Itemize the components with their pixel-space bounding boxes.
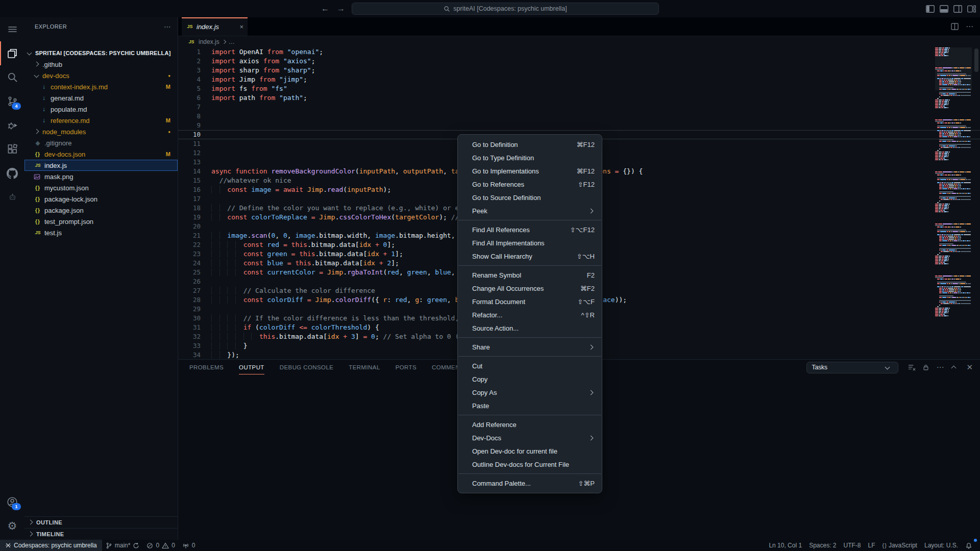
panel-tab-terminal[interactable]: TERMINAL bbox=[349, 361, 380, 374]
activity-item-run-and-debug[interactable] bbox=[0, 113, 24, 137]
code-line[interactable]: 6import path from "path"; bbox=[178, 93, 980, 103]
menu-item-copy[interactable]: Copy bbox=[458, 372, 602, 386]
explorer-more-icon[interactable]: ⋯ bbox=[164, 22, 172, 31]
menu-item-share[interactable]: Share bbox=[458, 340, 602, 354]
back-arrow-icon[interactable]: ← bbox=[319, 3, 331, 15]
remote-indicator[interactable]: Codespaces: psychic umbrella bbox=[0, 540, 102, 551]
tree-item-spriteai-codespaces-psychic-umbrella-[interactable]: SPRITEAI [CODESPACES: PSYCHIC UMBRELLA] bbox=[24, 47, 178, 59]
menu-item-find-all-implementations[interactable]: Find All Implementations bbox=[458, 236, 602, 249]
menu-item-outline-dev-docs-for-current-file[interactable]: Outline Dev-docs for Current File bbox=[458, 458, 602, 471]
notifications-bell[interactable] bbox=[962, 540, 976, 551]
indentation[interactable]: Spaces: 2 bbox=[805, 540, 840, 551]
clear-output-icon[interactable] bbox=[908, 364, 916, 371]
tree-item--github[interactable]: .github bbox=[24, 59, 178, 70]
code-line[interactable]: 1import OpenAI from "openai"; bbox=[178, 47, 980, 57]
scrollbar[interactable] bbox=[974, 48, 978, 72]
menu-item-go-to-definition[interactable]: Go to Definition⌘F12 bbox=[458, 138, 602, 151]
activity-item-accounts[interactable]: 1 bbox=[0, 490, 24, 514]
toggle-secondary-sidebar-icon[interactable] bbox=[953, 5, 962, 13]
menu-item-change-all-occurrences[interactable]: Change All Occurrences⌘F2 bbox=[458, 282, 602, 295]
eol-sequence[interactable]: LF bbox=[865, 540, 879, 551]
menu-item-source-action-[interactable]: Source Action... bbox=[458, 321, 602, 335]
split-editor-icon[interactable] bbox=[951, 23, 959, 30]
activity-item-menu[interactable] bbox=[0, 17, 24, 41]
menu-item-paste[interactable]: Paste bbox=[458, 399, 602, 412]
activity-item-source-control[interactable]: 4 bbox=[0, 89, 24, 113]
code-line[interactable]: 2import axios from "axios"; bbox=[178, 57, 980, 66]
customize-layout-icon[interactable] bbox=[967, 5, 976, 13]
menu-item-show-call-hierarchy[interactable]: Show Call Hierarchy⇧⌥H bbox=[458, 249, 602, 263]
activity-item-search[interactable] bbox=[0, 65, 24, 89]
menu-item-refactor-[interactable]: Refactor...^⇧R bbox=[458, 308, 602, 321]
toggle-panel-icon[interactable] bbox=[940, 5, 948, 13]
code-line[interactable]: 5import fs from "fs" bbox=[178, 84, 980, 93]
menu-item-copy-as[interactable]: Copy As bbox=[458, 386, 602, 399]
menu-item-go-to-source-definition[interactable]: Go to Source Definition bbox=[458, 191, 602, 204]
menu-item-peek[interactable]: Peek bbox=[458, 204, 602, 217]
panel-tab-problems[interactable]: PROBLEMS bbox=[189, 361, 224, 374]
panel-tab-ports[interactable]: PORTS bbox=[396, 361, 416, 374]
menu-item-command-palette-[interactable]: Command Palette...⇧⌘P bbox=[458, 477, 602, 490]
section-outline[interactable]: OUTLINE bbox=[24, 516, 178, 528]
menu-item-go-to-references[interactable]: Go to References⇧F12 bbox=[458, 178, 602, 191]
panel-tab-debug-console[interactable]: DEBUG CONSOLE bbox=[280, 361, 334, 374]
editor-more-icon[interactable]: ⋯ bbox=[966, 22, 974, 31]
problems-status[interactable]: 0 0 bbox=[143, 540, 178, 551]
output-channel-select[interactable]: Tasks bbox=[806, 362, 898, 373]
code-line[interactable]: 8 bbox=[178, 112, 980, 121]
encoding[interactable]: UTF-8 bbox=[840, 540, 865, 551]
tree-item-package-lock-json[interactable]: {}package-lock.json bbox=[24, 193, 178, 205]
close-panel-icon[interactable]: ✕ bbox=[966, 363, 973, 372]
breadcrumb-file[interactable]: index.js bbox=[199, 38, 219, 45]
keyboard-layout[interactable]: Layout: U.S. bbox=[921, 540, 962, 551]
activity-item-dev-docs[interactable] bbox=[0, 185, 24, 209]
code-line[interactable]: 4import Jimp from "jimp"; bbox=[178, 75, 980, 84]
tree-item-populate-md[interactable]: ↓populate.md bbox=[24, 104, 178, 115]
menu-item-cut[interactable]: Cut bbox=[458, 359, 602, 372]
code-line[interactable]: 9 bbox=[178, 121, 980, 130]
minimap[interactable] bbox=[935, 47, 972, 327]
activity-item-settings[interactable]: ⚙ bbox=[0, 514, 24, 538]
activity-item-github[interactable] bbox=[0, 161, 24, 185]
menu-item-find-all-references[interactable]: Find All References⇧⌥F12 bbox=[458, 223, 602, 236]
tree-item-dev-docs[interactable]: dev-docs● bbox=[24, 70, 178, 81]
tree-item-index-js[interactable]: JSindex.js bbox=[24, 160, 178, 171]
menu-item-open-dev-doc-for-current-file[interactable]: Open Dev-doc for current file bbox=[458, 444, 602, 458]
menu-item-go-to-implementations[interactable]: Go to Implementations⌘F12 bbox=[458, 164, 602, 178]
panel-more-icon[interactable]: ⋯ bbox=[936, 363, 944, 372]
section-timeline[interactable]: TIMELINE bbox=[24, 528, 178, 540]
code-line[interactable]: 7 bbox=[178, 103, 980, 112]
tree-item--gitignore[interactable]: ◆.gitignore bbox=[24, 137, 178, 148]
tree-item-reference-md[interactable]: ↓reference.mdM bbox=[24, 115, 178, 126]
tree-item-mycustom-json[interactable]: {}mycustom.json bbox=[24, 182, 178, 193]
tree-item-test-prompt-json[interactable]: {}test_prompt.json bbox=[24, 216, 178, 227]
activity-item-extensions[interactable] bbox=[0, 137, 24, 161]
menu-item-go-to-type-definition[interactable]: Go to Type Definition bbox=[458, 151, 602, 164]
tree-item-dev-docs-json[interactable]: {}dev-docs.jsonM bbox=[24, 148, 178, 160]
git-branch-status[interactable]: main* bbox=[102, 540, 143, 551]
menu-item-rename-symbol[interactable]: Rename SymbolF2 bbox=[458, 268, 602, 282]
code-line[interactable]: 3import sharp from "sharp"; bbox=[178, 66, 980, 75]
lock-icon[interactable] bbox=[922, 364, 929, 371]
activity-item-explorer[interactable] bbox=[0, 41, 24, 65]
tree-item-node-modules[interactable]: node_modules● bbox=[24, 126, 178, 137]
breadcrumb-symbol[interactable]: … bbox=[229, 38, 235, 45]
breadcrumb[interactable]: JS index.js … bbox=[178, 36, 980, 47]
tab-indexjs[interactable]: JS index.js × bbox=[182, 17, 248, 36]
cursor-position[interactable]: Ln 10, Col 1 bbox=[765, 540, 805, 551]
tree-item-package-json[interactable]: {}package.json bbox=[24, 205, 178, 216]
tab-close-icon[interactable]: × bbox=[239, 23, 243, 31]
language-mode[interactable]: { } JavaScript bbox=[879, 540, 921, 551]
menu-item-format-document[interactable]: Format Document⇧⌥F bbox=[458, 295, 602, 308]
panel-tab-output[interactable]: OUTPUT bbox=[239, 361, 264, 374]
ports-status[interactable]: 0 bbox=[179, 540, 199, 551]
tree-item-context-index-js-md[interactable]: ↓context-index.js.mdM bbox=[24, 81, 178, 92]
tree-item-mask-png[interactable]: mask.png bbox=[24, 171, 178, 182]
menu-item-dev-docs[interactable]: Dev-Docs bbox=[458, 431, 602, 444]
command-center-search[interactable]: spriteAI [Codespaces: psychic umbrella] bbox=[352, 3, 659, 15]
tree-item-general-md[interactable]: ↓general.md bbox=[24, 92, 178, 104]
menu-item-add-reference[interactable]: Add Reference bbox=[458, 418, 602, 431]
toggle-sidebar-icon[interactable] bbox=[926, 5, 935, 13]
forward-arrow-icon[interactable]: → bbox=[335, 3, 347, 15]
tree-item-test-js[interactable]: JStest.js bbox=[24, 227, 178, 238]
